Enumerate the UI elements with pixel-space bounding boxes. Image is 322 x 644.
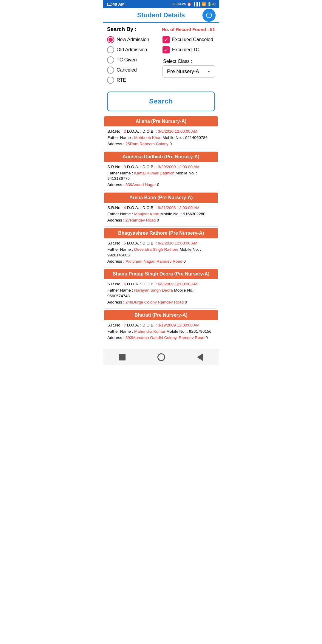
network-speed: ...0.3KB/s <box>170 2 186 6</box>
student-card[interactable]: Bhagyashree Rathore (Pre Nursery-A) S.R.… <box>104 228 218 268</box>
student-sr-dob: S.R.No : 6 D.O.A. : D.O.B. : 6/9/2009 12… <box>107 281 215 287</box>
student-address: Address : 25Ram Raheem Colony 0 <box>107 141 215 147</box>
student-card-header: Bhagyashree Rathore (Pre Nursery-A) <box>104 228 218 238</box>
student-card-header: Arena Bano (Pre Nursery-A) <box>104 193 218 203</box>
student-card-header: Bharati (Pre Nursery-A) <box>104 310 218 320</box>
checkbox-exculued-tc[interactable]: Exculued TC <box>162 46 215 53</box>
radio-circle-rte <box>107 77 114 84</box>
signal-icon: ▐▐▐ <box>193 2 200 6</box>
app-title: Student Details <box>137 11 185 19</box>
student-father-mobile: Father Name : Kamal Kumar Dadhich Mobile… <box>107 171 215 182</box>
radio-circle-tc-given <box>107 56 114 64</box>
student-card-header: Alisha (Pre Nursery-A) <box>104 116 218 126</box>
radio-label-new-admission: New Admission <box>117 37 149 42</box>
radio-circle-old-admission <box>107 46 114 53</box>
radio-label-canceled: Canceled <box>117 67 137 73</box>
student-card-body: S.R.No : 6 D.O.A. : D.O.B. : 6/9/2009 12… <box>104 279 218 308</box>
student-card[interactable]: Bharati (Pre Nursery-A) S.R.No : 7 D.O.A… <box>104 310 218 344</box>
checkbox-box-exculued-canceled <box>162 36 170 43</box>
student-card[interactable]: Bhanu Pratap Singh Deora (Pre Nursery-A)… <box>104 269 218 309</box>
students-list: Alisha (Pre Nursery-A) S.R.No : 2 D.O.A.… <box>103 115 219 348</box>
checkmark-icon-2 <box>164 47 168 52</box>
student-sr-dob: S.R.No : 2 D.O.A. : D.O.B. : 3/5/2010 12… <box>107 129 215 134</box>
power-icon <box>205 11 213 19</box>
nav-home-button[interactable] <box>157 353 165 361</box>
student-sr-dob: S.R.No : 7 D.O.A. : D.O.B. : 3/19/2009 1… <box>107 323 215 328</box>
checkbox-label-exculued-canceled: Exculued Canceled <box>172 37 213 42</box>
checkbox-label-exculued-tc: Exculued TC <box>172 47 199 52</box>
select-class-label: Select Class : <box>163 59 215 64</box>
radio-rte[interactable]: RTE <box>107 77 160 84</box>
student-card[interactable]: Alisha (Pre Nursery-A) S.R.No : 2 D.O.A.… <box>104 116 218 150</box>
search-button-container: Search <box>103 86 219 115</box>
status-time: 11:48 AM <box>106 2 125 7</box>
student-address: Address : 248Durga Colony Ramdev Road 0 <box>107 300 215 305</box>
student-sr-dob: S.R.No : 5 D.O.A. : D.O.B. : 8/2/2010 12… <box>107 241 215 246</box>
alarm-icon: ⏰ <box>187 2 191 6</box>
radio-options: New Admission Old Admission TC Given Can… <box>107 36 160 84</box>
student-card-body: S.R.No : 5 D.O.A. : D.O.B. : 8/2/2010 12… <box>104 238 218 267</box>
class-select[interactable]: Pre Nursery-A Pre Nursery-B Nursery-A Nu… <box>162 65 215 78</box>
status-bar: 11:48 AM ...0.3KB/s ⏰ ▐▐▐ 📶 🔋90 <box>103 0 219 8</box>
student-card-body: S.R.No : 2 D.O.A. : D.O.B. : 3/5/2010 12… <box>104 126 218 150</box>
student-address: Address : 393Mahatma Gandhi Colony, Ramd… <box>107 335 215 341</box>
power-button[interactable] <box>202 9 216 22</box>
student-father-mobile: Father Name : Mehboob Khan Mobile No. : … <box>107 135 215 141</box>
nav-back-button[interactable] <box>197 353 203 361</box>
student-card-body: S.R.No : 4 D.O.A. : D.O.B. : 9/21/2008 1… <box>104 203 218 226</box>
checkbox-exculued-canceled[interactable]: Exculued Canceled <box>162 36 215 43</box>
radio-tc-given[interactable]: TC Given <box>107 56 160 64</box>
radio-label-tc-given: TC Given <box>117 57 137 63</box>
radio-label-rte: RTE <box>117 78 126 83</box>
app-header: Student Details <box>103 8 219 23</box>
battery-icon: 🔋90 <box>207 2 216 6</box>
student-address: Address : Pancham Nagar, Ramdev Road 0 <box>107 259 215 264</box>
options-grid: New Admission Old Admission TC Given Can… <box>107 36 215 84</box>
checkbox-box-exculued-tc <box>162 46 170 53</box>
radio-new-admission[interactable]: New Admission <box>107 36 160 43</box>
student-sr-dob: S.R.No : 4 D.O.A. : D.O.B. : 9/21/2008 1… <box>107 205 215 211</box>
search-section: Search By : No. of Record Found : 51 New… <box>103 23 219 86</box>
student-card-body: S.R.No : 3 D.O.A. : D.O.B. : 3/29/2009 1… <box>104 162 218 191</box>
bottom-nav <box>103 349 219 365</box>
student-card[interactable]: Anushka Dadhich (Pre Nursery-A) S.R.No :… <box>104 151 218 191</box>
student-card-header: Anushka Dadhich (Pre Nursery-A) <box>104 152 218 162</box>
select-class-section: Select Class : Pre Nursery-A Pre Nursery… <box>162 59 215 78</box>
student-address: Address : 339Anand Nagar 0 <box>107 182 215 188</box>
student-card-header: Bhanu Pratap Singh Deora (Pre Nursery-A) <box>104 269 218 279</box>
student-father-mobile: Father Name : Manjoor Khan Mobile No. : … <box>107 211 215 217</box>
radio-canceled[interactable]: Canceled <box>107 66 160 74</box>
wifi-icon: 📶 <box>202 2 206 6</box>
student-father-mobile: Father Name : Devendra Singh Rathore Mob… <box>107 247 215 258</box>
student-father-mobile: Father Name : Mahendra Kumar Mobile No. … <box>107 329 215 335</box>
nav-stop-button[interactable] <box>119 354 126 360</box>
student-address: Address : 27Ramdev Road 0 <box>107 218 215 223</box>
checkmark-icon <box>164 37 168 42</box>
radio-circle-canceled <box>107 66 114 74</box>
radio-circle-new-admission <box>107 36 114 43</box>
record-count: No. of Record Found : 51 <box>162 27 215 32</box>
search-button[interactable]: Search <box>107 92 215 111</box>
student-father-mobile: Father Name : Narayan Singh Deora Mobile… <box>107 288 215 299</box>
student-card-body: S.R.No : 7 D.O.A. : D.O.B. : 3/19/2009 1… <box>104 320 218 344</box>
radio-old-admission[interactable]: Old Admission <box>107 46 160 53</box>
search-by-label: Search By : <box>107 26 137 32</box>
student-card[interactable]: Arena Bano (Pre Nursery-A) S.R.No : 4 D.… <box>104 192 218 227</box>
search-header: Search By : No. of Record Found : 51 <box>107 26 215 32</box>
status-right: ...0.3KB/s ⏰ ▐▐▐ 📶 🔋90 <box>170 2 216 6</box>
right-options: Exculued Canceled Exculued TC Select Cla… <box>162 36 215 84</box>
radio-label-old-admission: Old Admission <box>117 47 147 52</box>
student-sr-dob: S.R.No : 3 D.O.A. : D.O.B. : 3/29/2009 1… <box>107 164 215 170</box>
